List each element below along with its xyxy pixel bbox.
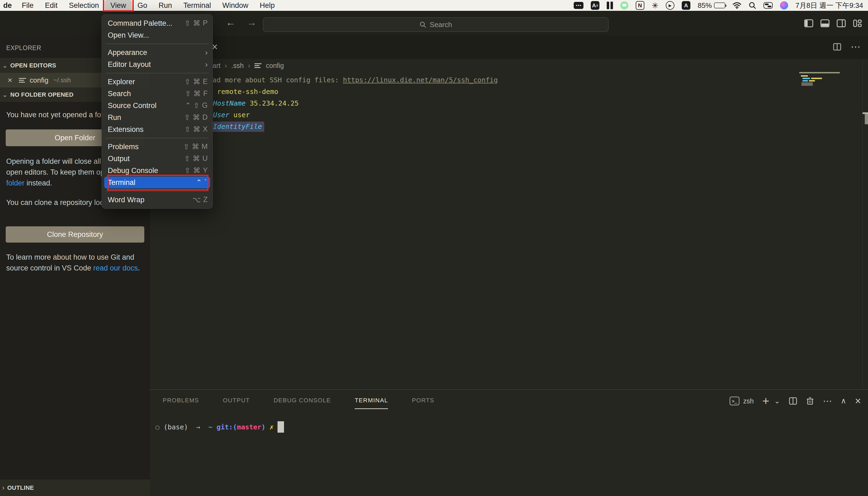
panel-tab-output[interactable]: OUTPUT bbox=[223, 397, 250, 409]
prompt-token: ✗ bbox=[270, 423, 274, 431]
view-menu-item-extensions[interactable]: Extensions⇧⌘X bbox=[102, 123, 213, 135]
menubar-item-help[interactable]: Help bbox=[254, 0, 280, 11]
view-menu-item-source-control[interactable]: Source Control⌃⇧G bbox=[102, 99, 213, 111]
view-menu-item-problems[interactable]: Problems⇧⌘M bbox=[102, 141, 213, 153]
toggle-panel-icon[interactable] bbox=[820, 19, 830, 28]
menu-item-shortcut: ⌃` bbox=[196, 178, 207, 187]
menu-divider bbox=[106, 44, 209, 44]
minimap[interactable] bbox=[799, 72, 845, 107]
terminal-shell-label[interactable]: zsh bbox=[743, 397, 754, 405]
menu-item-shortcut: ⇧⌘Y bbox=[184, 166, 208, 175]
menu-item-shortcut: ⇧⌘E bbox=[184, 77, 208, 86]
code-token: IdentityFile bbox=[211, 122, 264, 132]
play-circle-icon[interactable]: ▶ bbox=[666, 1, 675, 10]
sidebar-title: EXPLORER bbox=[6, 44, 41, 52]
customize-layout-icon[interactable] bbox=[853, 19, 862, 28]
prompt-token bbox=[213, 423, 217, 431]
editor-more-actions-icon[interactable]: ⋯ bbox=[851, 42, 861, 51]
view-menu-item-word-wrap[interactable]: Word Wrap⌥Z bbox=[102, 194, 213, 206]
menubar-item-file[interactable]: File bbox=[16, 0, 40, 11]
editor-scrollbar-divider bbox=[862, 59, 863, 389]
code-line: HostName 35.234.24.25 bbox=[213, 97, 299, 109]
split-editor-icon[interactable] bbox=[833, 43, 841, 51]
breadcrumb-item[interactable]: config bbox=[266, 62, 284, 69]
menu-bar-clock[interactable]: 7月8日 週一 下午9:34 bbox=[795, 1, 863, 10]
view-menu-item-explorer[interactable]: Explorer⇧⌘E bbox=[102, 76, 213, 88]
panel-tab-debug-console[interactable]: DEBUG CONSOLE bbox=[274, 397, 331, 409]
keyboard-icon[interactable] bbox=[574, 1, 584, 10]
view-menu-item-terminal[interactable]: Terminal⌃` bbox=[104, 176, 210, 188]
menubar-item-edit[interactable]: Edit bbox=[39, 0, 63, 11]
menu-item-label: Problems bbox=[108, 143, 139, 151]
breadcrumb-item[interactable]: .ssh bbox=[231, 62, 244, 69]
menu-item-label: Appearance bbox=[108, 48, 147, 57]
a-square-icon[interactable]: A bbox=[682, 1, 691, 10]
menubar-item-selection[interactable]: Selection bbox=[63, 0, 105, 11]
menu-item-label: Editor Layout bbox=[108, 60, 151, 69]
kill-terminal-icon[interactable] bbox=[806, 397, 814, 405]
input-source-icon[interactable]: A± bbox=[591, 1, 600, 10]
chevron-down-icon: ⌄ bbox=[2, 62, 7, 69]
terminal-prompt[interactable]: ○ (base) → ~ git:(master) ✗ bbox=[155, 421, 284, 433]
outline-label: OUTLINE bbox=[7, 484, 34, 491]
split-terminal-icon[interactable] bbox=[789, 397, 797, 405]
menu-item-label: Source Control bbox=[108, 102, 156, 110]
menubar-item-go[interactable]: Go bbox=[132, 0, 153, 11]
outline-section-header[interactable]: › OUTLINE bbox=[0, 480, 150, 496]
siri-icon[interactable] bbox=[780, 1, 788, 10]
open-editors-label: OPEN EDITORS bbox=[10, 62, 56, 69]
minimap-line bbox=[799, 72, 840, 73]
spotlight-icon[interactable] bbox=[749, 1, 756, 10]
control-center-icon[interactable] bbox=[763, 1, 773, 10]
notion-icon[interactable]: N bbox=[636, 1, 645, 10]
editor-scrollbar-thumb[interactable] bbox=[865, 114, 868, 124]
view-menu-item-appearance[interactable]: Appearance› bbox=[102, 47, 213, 59]
code-line: User user bbox=[213, 109, 250, 121]
prompt-token bbox=[159, 423, 164, 431]
view-menu-item-open-view[interactable]: Open View... bbox=[102, 29, 213, 41]
toggle-secondary-sidebar-icon[interactable] bbox=[837, 19, 846, 28]
wifi-icon[interactable] bbox=[733, 1, 741, 10]
menubar-item-terminal[interactable]: Terminal bbox=[177, 0, 217, 11]
panel-tab-ports[interactable]: PORTS bbox=[412, 397, 434, 409]
annotation-box-view bbox=[103, 0, 134, 12]
menu-item-label: Search bbox=[108, 90, 131, 98]
navigate-back-icon[interactable]: ← bbox=[226, 17, 235, 28]
battery-indicator[interactable]: 85% bbox=[698, 1, 725, 10]
line-app-icon[interactable] bbox=[620, 1, 629, 10]
new-terminal-icon[interactable]: + bbox=[762, 397, 770, 406]
panel-tab-problems[interactable]: PROBLEMS bbox=[163, 397, 199, 409]
close-editor-icon[interactable]: × bbox=[7, 76, 13, 84]
view-menu-item-run[interactable]: Run⇧⌘D bbox=[102, 111, 213, 123]
view-menu-item-debug-console[interactable]: Debug Console⇧⌘Y bbox=[102, 165, 213, 176]
app-menu-label[interactable]: de bbox=[0, 1, 16, 10]
toggle-primary-sidebar-icon[interactable] bbox=[804, 19, 813, 28]
view-menu-item-command-palette[interactable]: Command Palette...⇧⌘P bbox=[102, 17, 213, 29]
terminal-dropdown-icon[interactable]: ⌄ bbox=[774, 397, 780, 406]
menu-item-label: Explorer bbox=[108, 78, 135, 86]
view-menu-item-output[interactable]: Output⇧⌘U bbox=[102, 153, 213, 165]
menubar-item-view[interactable]: View bbox=[105, 0, 132, 11]
window-manager-icon[interactable] bbox=[607, 1, 613, 10]
minimap-line bbox=[809, 80, 815, 81]
open-editor-file-name: config bbox=[30, 76, 48, 84]
maximize-panel-icon[interactable]: ∧ bbox=[841, 397, 846, 406]
view-menu-item-editor-layout[interactable]: Editor Layout› bbox=[102, 59, 213, 71]
code-token: ad more about SSH config files: bbox=[213, 76, 343, 84]
navigate-forward-icon[interactable]: → bbox=[247, 17, 257, 28]
menubar-item-run[interactable]: Run bbox=[153, 0, 178, 11]
openai-icon[interactable]: ✳ bbox=[652, 1, 658, 10]
panel-tab-terminal[interactable]: TERMINAL bbox=[355, 397, 388, 409]
view-menu-item-search[interactable]: Search⇧⌘F bbox=[102, 88, 213, 99]
clone-repository-button[interactable]: Clone Repository bbox=[6, 226, 144, 243]
menu-item-shortcut: ⌥Z bbox=[192, 196, 208, 204]
menubar-item-window[interactable]: Window bbox=[217, 0, 254, 11]
close-panel-icon[interactable]: × bbox=[855, 397, 861, 406]
code-token: https://linux.die.net/man/5/ssh_config bbox=[343, 76, 498, 84]
breadcrumb-item[interactable]: art bbox=[213, 62, 220, 69]
panel-more-actions-icon[interactable]: ⋯ bbox=[823, 397, 832, 406]
search-icon bbox=[419, 21, 427, 28]
command-center-search[interactable]: Search bbox=[263, 17, 609, 32]
read-our-docs-link[interactable]: read our docs bbox=[93, 264, 138, 272]
breadcrumb[interactable]: art›.ssh›config bbox=[213, 62, 284, 69]
